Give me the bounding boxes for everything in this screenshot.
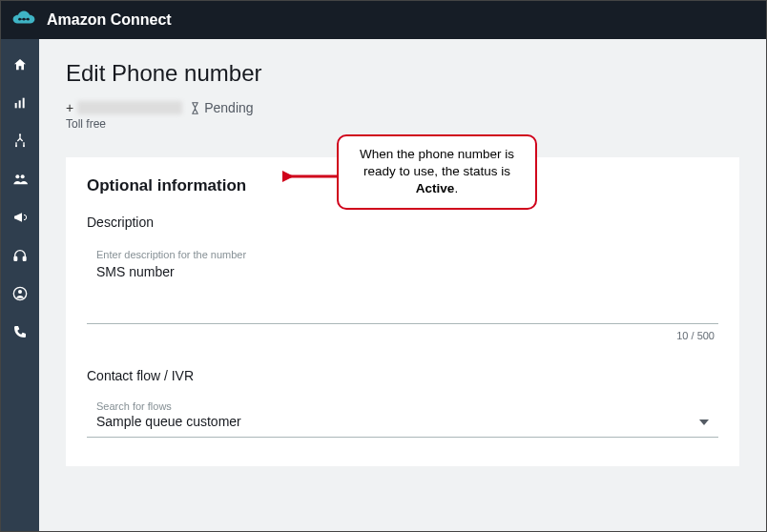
megaphone-icon[interactable] xyxy=(11,209,29,226)
sidebar xyxy=(1,39,39,531)
svg-point-7 xyxy=(15,145,17,147)
description-value: SMS number xyxy=(96,264,709,279)
flow-value: Sample queue customer xyxy=(96,414,241,429)
description-char-count: 10 / 500 xyxy=(87,330,718,341)
flow-placeholder: Search for flows xyxy=(96,400,241,412)
top-bar: Amazon Connect xyxy=(1,1,766,39)
description-placeholder: Enter description for the number xyxy=(96,249,709,260)
analytics-icon[interactable] xyxy=(11,94,29,112)
annotation-tail: . xyxy=(454,181,458,195)
svg-point-14 xyxy=(18,290,22,294)
phone-row: + Pending xyxy=(66,100,739,115)
svg-rect-3 xyxy=(15,103,17,108)
account-icon[interactable] xyxy=(11,285,29,302)
routing-icon[interactable] xyxy=(11,133,29,150)
description-input[interactable]: Enter description for the number SMS num… xyxy=(87,239,718,324)
phone-icon[interactable] xyxy=(11,323,29,340)
annotation-line2: ready to use, the status is xyxy=(363,164,510,178)
hourglass-icon xyxy=(190,102,200,114)
status-badge: Pending xyxy=(190,100,253,115)
annotation-bold: Active xyxy=(416,181,455,195)
users-icon[interactable] xyxy=(11,171,29,188)
svg-rect-5 xyxy=(23,98,25,109)
phone-number-redacted xyxy=(77,101,182,114)
svg-point-10 xyxy=(21,174,25,178)
annotation-callout: When the phone number is ready to use, t… xyxy=(337,134,537,210)
annotation-line1: When the phone number is xyxy=(360,147,514,161)
phone-number-display: + xyxy=(66,100,182,115)
svg-rect-4 xyxy=(19,100,21,108)
flow-label: Contact flow / IVR xyxy=(87,368,718,383)
connect-logo-icon xyxy=(10,9,37,31)
description-label: Description xyxy=(87,215,718,230)
svg-rect-11 xyxy=(14,256,17,260)
flow-select[interactable]: Search for flows Sample queue customer xyxy=(87,393,718,438)
home-icon[interactable] xyxy=(11,56,29,73)
svg-point-9 xyxy=(15,174,19,178)
main-content: Edit Phone number + Pending Toll free Op… xyxy=(39,39,766,531)
svg-point-8 xyxy=(23,145,25,147)
phone-type-label: Toll free xyxy=(66,117,739,131)
brand-title: Amazon Connect xyxy=(47,11,172,29)
chevron-down-icon xyxy=(699,419,709,425)
status-text: Pending xyxy=(204,100,253,115)
svg-point-6 xyxy=(19,133,21,135)
svg-rect-12 xyxy=(23,256,26,260)
page-title: Edit Phone number xyxy=(66,60,739,87)
headset-icon[interactable] xyxy=(11,247,29,264)
phone-prefix: + xyxy=(66,100,73,115)
